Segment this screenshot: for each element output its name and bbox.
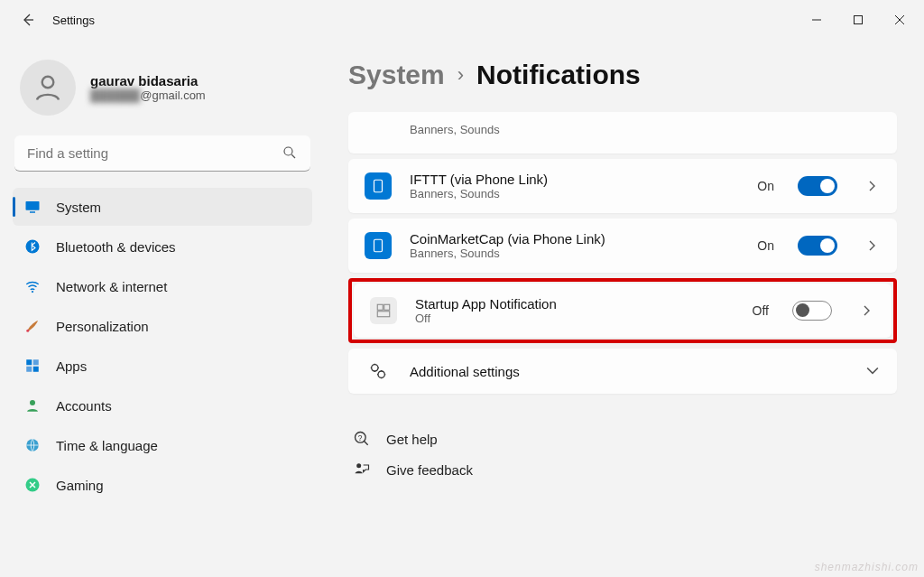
svg-rect-12 xyxy=(26,359,32,365)
minimize-icon xyxy=(811,14,822,25)
sidebar-item-apps[interactable]: Apps xyxy=(13,347,312,385)
highlight-annotation: Startup App Notification Off Off xyxy=(348,278,897,343)
svg-rect-8 xyxy=(30,211,35,213)
svg-rect-15 xyxy=(33,367,39,372)
notification-row[interactable]: CoinMarketCap (via Phone Link) Banners, … xyxy=(348,219,897,273)
profile-email: ██████@gmail.com xyxy=(90,88,206,102)
app-icon xyxy=(365,172,392,200)
brush-icon xyxy=(23,317,42,335)
give-feedback-link[interactable]: Give feedback xyxy=(352,461,897,479)
notification-sub: Banners, Sounds xyxy=(410,123,881,136)
notification-row-startup[interactable]: Startup App Notification Off Off xyxy=(354,284,892,338)
page-title: Notifications xyxy=(476,60,641,90)
svg-line-6 xyxy=(291,154,295,158)
give-feedback-label: Give feedback xyxy=(386,462,473,478)
additional-settings-row[interactable]: Additional settings xyxy=(348,349,897,394)
profile-name: gaurav bidasaria xyxy=(90,73,206,88)
maximize-button[interactable] xyxy=(837,5,879,34)
sidebar-item-label: System xyxy=(56,200,101,215)
additional-settings-label: Additional settings xyxy=(410,364,837,379)
sidebar: gaurav bidasaria ██████@gmail.com System… xyxy=(0,40,325,577)
sidebar-item-accounts[interactable]: Accounts xyxy=(13,386,312,424)
avatar xyxy=(20,60,76,116)
chevron-right-icon[interactable] xyxy=(864,181,881,191)
svg-point-16 xyxy=(30,400,35,405)
account-icon xyxy=(23,396,42,414)
notification-row[interactable]: Banners, Sounds xyxy=(348,112,897,154)
main-panel: System › Notifications Banners, Sounds I… xyxy=(325,40,924,577)
svg-point-28 xyxy=(356,463,361,468)
help-links: ? Get help Give feedback xyxy=(348,430,897,479)
feedback-icon xyxy=(352,461,372,479)
sidebar-item-label: Apps xyxy=(56,358,87,374)
svg-text:?: ? xyxy=(358,433,363,442)
chevron-down-icon[interactable] xyxy=(864,365,881,377)
search-icon xyxy=(282,144,298,164)
chevron-right-icon[interactable] xyxy=(859,305,875,316)
sidebar-item-label: Accounts xyxy=(56,398,112,414)
bluetooth-icon xyxy=(23,237,42,256)
app-icon xyxy=(370,297,397,324)
startup-icon xyxy=(375,302,392,319)
svg-rect-14 xyxy=(26,367,32,372)
close-button[interactable] xyxy=(879,5,920,34)
sidebar-item-label: Gaming xyxy=(56,478,104,493)
apps-icon xyxy=(23,357,42,375)
svg-rect-1 xyxy=(855,16,863,24)
get-help-link[interactable]: ? Get help xyxy=(352,430,897,448)
notification-title: CoinMarketCap (via Phone Link) xyxy=(410,231,739,247)
toggle-switch[interactable] xyxy=(798,176,837,196)
svg-rect-21 xyxy=(377,304,383,310)
search-input[interactable] xyxy=(14,135,310,172)
search-box xyxy=(14,135,310,172)
sidebar-item-bluetooth[interactable]: Bluetooth & devices xyxy=(13,228,312,265)
person-icon xyxy=(32,71,64,104)
sidebar-item-gaming[interactable]: Gaming xyxy=(13,466,312,504)
profile-block[interactable]: gaurav bidasaria ██████@gmail.com xyxy=(13,56,312,135)
phone-link-icon xyxy=(370,178,386,194)
notification-sub: Banners, Sounds xyxy=(410,187,739,200)
wifi-icon xyxy=(23,277,42,295)
back-button[interactable] xyxy=(20,12,36,28)
notification-row[interactable]: IFTTT (via Phone Link) Banners, Sounds O… xyxy=(348,159,897,213)
svg-point-4 xyxy=(42,77,54,88)
svg-point-9 xyxy=(26,240,40,254)
sidebar-item-label: Network & internet xyxy=(56,279,167,294)
watermark: shenmazhishi.com xyxy=(815,561,919,573)
svg-point-11 xyxy=(26,330,29,332)
sidebar-item-time[interactable]: Time & language xyxy=(13,426,312,464)
get-help-label: Get help xyxy=(386,432,438,447)
sidebar-item-network[interactable]: Network & internet xyxy=(13,267,312,305)
arrow-left-icon xyxy=(21,13,35,27)
titlebar: Settings xyxy=(0,0,924,40)
sidebar-item-label: Personalization xyxy=(56,319,149,334)
chevron-right-icon[interactable] xyxy=(864,240,881,251)
notification-title: Startup App Notification xyxy=(415,296,735,312)
notification-sub: Off xyxy=(415,312,735,325)
nav-list: System Bluetooth & devices Network & int… xyxy=(13,188,312,504)
phone-link-icon xyxy=(370,237,386,254)
toggle-switch[interactable] xyxy=(798,236,837,256)
notification-sub: Banners, Sounds xyxy=(410,247,739,260)
svg-point-25 xyxy=(378,371,384,377)
breadcrumb-parent[interactable]: System xyxy=(348,60,445,90)
sidebar-item-system[interactable]: System xyxy=(13,188,312,226)
maximize-icon xyxy=(853,14,864,25)
svg-rect-7 xyxy=(26,201,40,210)
toggle-switch[interactable] xyxy=(792,301,832,321)
help-icon: ? xyxy=(352,430,372,448)
sidebar-item-personalization[interactable]: Personalization xyxy=(13,307,312,345)
toggle-state-label: On xyxy=(757,179,774,193)
gear-icon xyxy=(365,361,392,381)
display-icon xyxy=(23,198,42,216)
svg-rect-23 xyxy=(377,312,390,317)
notification-list: Banners, Sounds IFTTT (via Phone Link) B… xyxy=(348,112,897,394)
svg-rect-13 xyxy=(33,359,39,365)
minimize-button[interactable] xyxy=(796,5,837,34)
breadcrumb: System › Notifications xyxy=(348,60,897,90)
notification-title: IFTTT (via Phone Link) xyxy=(410,172,739,187)
svg-point-5 xyxy=(284,147,292,155)
sidebar-item-label: Time & language xyxy=(56,438,158,453)
app-icon xyxy=(365,232,392,259)
svg-point-24 xyxy=(372,365,378,371)
